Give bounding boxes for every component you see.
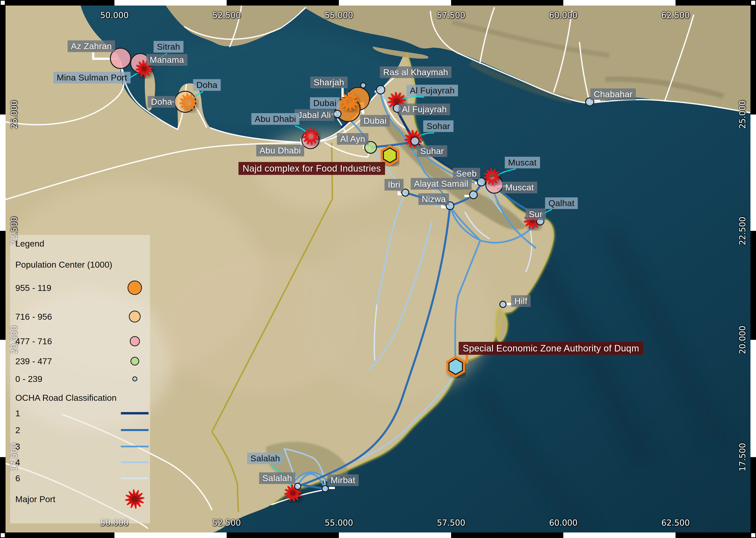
frame-corner bbox=[751, 1, 755, 5]
frame-corner bbox=[751, 533, 755, 537]
map-frame bbox=[0, 0, 756, 538]
frame-corner bbox=[1, 1, 5, 5]
frame-corner bbox=[1, 533, 5, 537]
map-viewport: Az ZahranManamaDohaSharjahJabal AliDubai… bbox=[0, 0, 756, 538]
frame-right bbox=[750, 0, 756, 538]
frame-left bbox=[0, 0, 6, 538]
